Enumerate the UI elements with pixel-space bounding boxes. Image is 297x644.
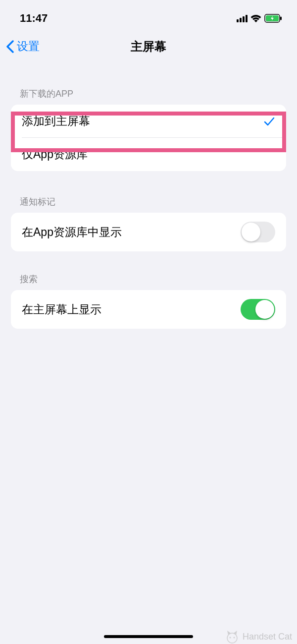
section-header-search: 搜索 [0,273,297,290]
toggle-show-on-home[interactable] [241,299,275,320]
row-label: 添加到主屏幕 [22,114,90,129]
cat-icon [225,629,240,644]
row-app-library-only[interactable]: 仅App资源库 [11,138,286,171]
list-group-notification-badges: 在App资源库中显示 [11,213,286,251]
toggle-knob [242,223,260,241]
toggle-show-in-app-library[interactable] [241,222,275,242]
watermark: Handset Cat [225,629,292,644]
battery-charging-icon [264,14,282,23]
svg-rect-2 [280,17,282,20]
svg-point-5 [233,637,235,639]
cellular-signal-icon [237,14,248,22]
section-header-new-apps: 新下载的APP [0,88,297,105]
back-button[interactable]: 设置 [6,39,40,54]
row-show-on-home[interactable]: 在主屏幕上显示 [11,290,286,329]
row-add-to-home[interactable]: 添加到主屏幕 [11,105,286,138]
list-group-new-apps: 添加到主屏幕 仅App资源库 [11,105,286,171]
section-header-notification-badges: 通知标记 [0,196,297,213]
home-indicator[interactable] [104,635,193,638]
checkmark-icon [263,116,275,127]
nav-bar: 设置 主屏幕 [0,30,297,68]
toggle-knob [255,300,274,319]
status-indicators [237,14,282,23]
row-label: 在主屏幕上显示 [22,302,101,317]
row-show-in-app-library[interactable]: 在App资源库中显示 [11,213,286,251]
status-time: 11:47 [20,12,48,25]
row-label: 在App资源库中显示 [22,225,122,240]
wifi-icon [250,14,261,22]
row-label: 仅App资源库 [22,147,88,162]
chevron-left-icon [6,40,14,53]
status-bar: 11:47 [0,0,297,30]
svg-point-4 [229,637,231,639]
list-group-search: 在主屏幕上显示 [11,290,286,329]
back-label: 设置 [17,39,40,54]
watermark-text: Handset Cat [243,632,292,642]
page-title: 主屏幕 [131,39,166,55]
